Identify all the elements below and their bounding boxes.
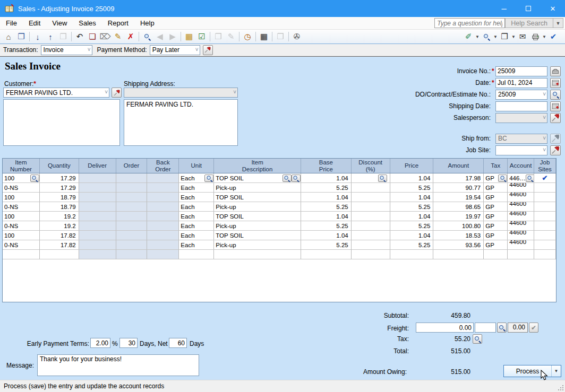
cell-unit[interactable]: Each — [179, 240, 214, 250]
cell-desc[interactable]: TOP SOIL — [214, 231, 301, 240]
cell-unit[interactable]: Each — [179, 202, 214, 212]
cell-item[interactable]: 0-NS — [3, 240, 40, 250]
shipping-address-select[interactable]: ˅ — [124, 88, 238, 98]
cell-tax[interactable]: GP — [484, 240, 508, 250]
menu-file[interactable]: File — [0, 18, 23, 29]
cell-account[interactable]: 44600 … — [508, 183, 534, 193]
cell-base[interactable]: 1.04 — [301, 173, 352, 183]
cell-disc[interactable] — [352, 240, 390, 250]
cell-qty[interactable]: 18.79 — [40, 202, 79, 212]
cell-desc[interactable]: Pick-up — [214, 221, 301, 231]
job-site-pin-button[interactable] — [550, 145, 561, 155]
cell-job[interactable]: ✔ — [534, 173, 556, 183]
cell-amount[interactable]: 98.65 — [433, 202, 484, 212]
cell-amount[interactable]: 19.97 — [433, 212, 484, 221]
resize-grip[interactable] — [558, 385, 563, 390]
cell-base[interactable]: 5.25 — [301, 202, 352, 212]
cell-base[interactable]: 5.25 — [301, 183, 352, 193]
cell-price[interactable]: 5.25 — [390, 183, 434, 193]
help-search-arrow[interactable]: ▼ — [553, 18, 563, 28]
attachment-icon[interactable]: ✇ — [290, 31, 303, 43]
track-shipments-icon[interactable]: ▦ — [183, 31, 195, 43]
cell-amount[interactable]: 18.53 — [433, 231, 484, 240]
cell-desc[interactable]: Pick-up — [214, 183, 301, 193]
cell-disc[interactable] — [352, 173, 390, 183]
shipping-address-box[interactable]: FERMAR PAVING LTD. — [124, 99, 238, 146]
cell-job[interactable] — [534, 240, 556, 250]
lookup-button[interactable] — [282, 175, 292, 182]
cell-item[interactable]: 0-NS — [3, 221, 40, 231]
cell-qty[interactable]: 17.82 — [40, 240, 79, 250]
maximize-button[interactable] — [516, 0, 541, 17]
confirm-icon[interactable]: ✔ — [547, 31, 560, 43]
menu-report[interactable]: Report — [102, 18, 134, 29]
cell-price[interactable]: 1.04 — [390, 212, 434, 221]
cell-job[interactable] — [534, 212, 556, 221]
lookup-button[interactable] — [378, 175, 387, 182]
print-preview-icon[interactable] — [480, 31, 493, 43]
cell-base[interactable]: 5.25 — [301, 221, 352, 231]
freight-lookup-button[interactable] — [497, 323, 507, 333]
dropdown-arrow-icon[interactable]: ▼ — [511, 34, 516, 39]
print-icon[interactable] — [529, 31, 542, 43]
cell-qty[interactable]: 18.79 — [40, 193, 79, 202]
cell-unit[interactable]: Each — [179, 212, 214, 221]
payment-pin-button[interactable] — [203, 45, 213, 55]
cell-base[interactable]: 5.25 — [301, 240, 352, 250]
customer-select[interactable]: FERMAR PAVING LTD. ˅ — [3, 88, 109, 98]
customize-form-icon[interactable]: ✐ — [462, 31, 475, 43]
cell-price[interactable]: 1.04 — [390, 193, 434, 202]
cell-job[interactable] — [534, 231, 556, 240]
cell-desc[interactable]: Pick-up — [214, 202, 301, 212]
salesperson-select[interactable]: ˅ — [495, 113, 547, 123]
cell-base[interactable]: 1.04 — [301, 193, 352, 202]
cell-desc[interactable]: TOP SOIL — [214, 173, 301, 183]
dropdown-arrow-icon[interactable]: ▼ — [493, 34, 498, 39]
terms-net-days-input[interactable] — [169, 338, 187, 348]
cell-account[interactable]: 44600 … — [508, 193, 534, 202]
cell-amount[interactable]: 90.77 — [433, 183, 484, 193]
enter-prepayment-icon[interactable]: ☑ — [195, 31, 208, 43]
dropdown-arrow-icon[interactable]: ▼ — [475, 34, 480, 39]
cell-price[interactable]: 5.25 — [390, 202, 434, 212]
cell-job[interactable] — [534, 202, 556, 212]
convert-invoice-icon[interactable]: ❏ — [86, 31, 99, 43]
cell-tax[interactable]: GP — [484, 173, 508, 183]
recall-recurring-icon[interactable]: ↑ — [44, 31, 57, 43]
process-button[interactable]: Process ▼ — [503, 365, 561, 377]
invoice-numbering-button[interactable] — [550, 66, 561, 76]
lookup-button[interactable] — [292, 175, 301, 182]
cell-unit[interactable]: Each — [179, 173, 214, 183]
cell-item[interactable]: 0-NS — [3, 202, 40, 212]
cell-account[interactable]: 44600 … — [508, 221, 534, 231]
cell-price[interactable]: 1.04 — [390, 173, 434, 183]
customer-address-box[interactable] — [3, 99, 120, 146]
do-contract-select[interactable]: 25009 ˅ — [495, 90, 547, 100]
cell-price[interactable]: 5.25 — [390, 221, 434, 231]
message-input[interactable]: Thank you for your business! — [37, 354, 199, 376]
cell-account[interactable]: 44600 … — [508, 212, 534, 221]
dropdown-arrow-icon[interactable]: ▼ — [542, 34, 547, 39]
minimize-button[interactable]: ─ — [492, 0, 516, 17]
cell-account[interactable]: 44600 … — [508, 231, 534, 240]
cell-qty[interactable]: 17.29 — [40, 183, 79, 193]
cell-unit[interactable]: Each — [179, 221, 214, 231]
payment-method-select[interactable]: Pay Later ˅ — [150, 45, 200, 55]
duplicate-icon[interactable]: ❐ — [498, 31, 511, 43]
cell-disc[interactable] — [352, 183, 390, 193]
terms-percent-input[interactable] — [90, 338, 110, 348]
invoice-no-input[interactable] — [495, 66, 547, 76]
lookup-button[interactable] — [498, 175, 507, 182]
terms-days-input[interactable] — [119, 338, 138, 348]
freight-tax-code-input[interactable] — [475, 323, 496, 333]
home-icon[interactable]: ⌂ — [2, 31, 15, 43]
cell-disc[interactable] — [352, 231, 390, 240]
cell-tax[interactable]: GP — [484, 221, 508, 231]
daily-business-manager-icon[interactable]: ❐ — [15, 31, 28, 43]
job-site-select[interactable]: ˅ — [495, 145, 547, 155]
cell-item[interactable]: 100 — [3, 193, 40, 202]
lookup-button[interactable] — [30, 175, 39, 182]
lookup-button[interactable] — [526, 175, 534, 182]
help-search-button[interactable]: Help Search — [505, 18, 553, 28]
cell-amount[interactable]: 100.80 — [433, 221, 484, 231]
